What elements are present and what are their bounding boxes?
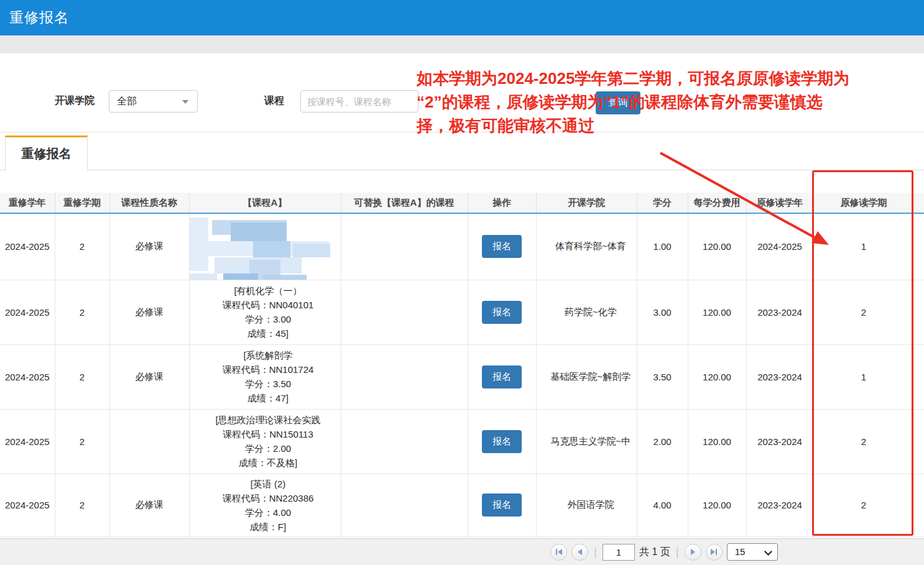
annotation-line-3: 择，极有可能审核不通过	[417, 114, 924, 137]
col-header-course-a: 【课程A】	[189, 193, 341, 213]
cell-restudy-term: 2	[55, 474, 109, 536]
course-name-line: [有机化学（一）	[196, 283, 341, 298]
cell-restudy-term: 2	[55, 280, 109, 344]
col-header-replaceable: 可替换【课程A】的课程	[341, 193, 468, 213]
cell-action: 报名	[468, 213, 536, 280]
cell-restudy-year: 2024-2025	[0, 213, 55, 280]
redaction-mosaic	[190, 273, 217, 280]
cell-credit: 3.00	[637, 280, 688, 344]
redaction-mosaic	[223, 273, 258, 280]
course-credit-line: 学分：3.00	[196, 312, 341, 326]
table-row: 2024-2025 2 必修课 [有机化学（一） 课程代码：NN040101 学…	[0, 280, 924, 344]
cell-restudy-year: 2024-2025	[0, 344, 55, 409]
cell-orig-term: 1	[813, 344, 914, 409]
page-size-select[interactable]: 15	[727, 543, 778, 561]
cell-orig-year: 2023-2024	[746, 409, 813, 474]
table-row: 2024-2025 2 必修课 报	[0, 213, 924, 280]
restudy-table: 重修学年 重修学期 课程性质名称 【课程A】 可替换【课程A】的课程 操作 开课…	[0, 193, 924, 537]
cell-restudy-term: 2	[55, 213, 109, 280]
col-header-fee: 每学分费用	[688, 193, 746, 213]
cell-fee: 120.00	[688, 344, 746, 409]
college-filter-dropdown[interactable]: 全部	[109, 90, 198, 113]
annotation-text: 如本学期为2024-2025学年第二学期，可报名原原修读学期为 “2”的课程，原…	[417, 67, 924, 137]
cell-course-a: [英语 (2) 课程代码：NN220386 学分：4.00 成绩：F]	[189, 474, 341, 536]
cell-college: 马克思主义学院~中	[536, 409, 637, 474]
next-page-icon[interactable]	[685, 544, 701, 561]
table-header-row: 重修学年 重修学期 课程性质名称 【课程A】 可替换【课程A】的课程 操作 开课…	[0, 193, 924, 213]
course-name-line: [系统解剖学	[196, 348, 341, 362]
page-header-bar: 重修报名	[0, 0, 924, 35]
cell-course-a: [思想政治理论课社会实践 课程代码：NN150113 学分：2.00 成绩：不及…	[189, 409, 341, 474]
cell-credit: 4.00	[637, 474, 688, 536]
cell-fee: 120.00	[688, 474, 746, 536]
cell-orig-term: 2	[813, 280, 914, 344]
chevron-down-icon	[764, 548, 772, 556]
col-header-restudy-term: 重修学期	[55, 193, 109, 213]
course-search-input[interactable]	[300, 90, 418, 113]
course-code-line: 课程代码：NN101724	[196, 362, 341, 377]
cell-replaceable-course	[341, 409, 468, 474]
cell-action: 报名	[468, 409, 536, 474]
cell-action: 报名	[468, 344, 536, 409]
course-code-line: 课程代码：NN150113	[196, 427, 341, 441]
cell-orig-term: 2	[813, 474, 914, 536]
col-header-restudy-year: 重修学年	[0, 193, 55, 213]
col-header-course-nature: 课程性质名称	[109, 193, 189, 213]
cell-college: 外国语学院	[536, 474, 637, 536]
annotation-line-1: 如本学期为2024-2025学年第二学期，可报名原原修读学期为	[417, 67, 924, 90]
cell-course-nature: 必修课	[109, 344, 189, 409]
cell-orig-year: 2023-2024	[746, 280, 813, 344]
cell-replaceable-course	[341, 213, 468, 280]
page-number-input[interactable]	[603, 544, 635, 561]
cell-fee: 120.00	[688, 280, 746, 344]
cell-course-a: [有机化学（一） 课程代码：NN040101 学分：3.00 成绩：45]	[189, 280, 341, 344]
cell-restudy-year: 2024-2025	[0, 474, 55, 536]
cell-restudy-year: 2024-2025	[0, 409, 55, 474]
col-header-orig-term: 原修读学期	[813, 193, 914, 213]
cell-college: 体育科学部~体育	[536, 213, 637, 280]
cell-action: 报名	[468, 280, 536, 344]
enroll-button[interactable]: 报名	[482, 365, 522, 388]
cell-orig-year: 2023-2024	[746, 344, 813, 409]
course-score-line: 成绩：不及格]	[196, 456, 341, 470]
enroll-button[interactable]: 报名	[482, 494, 522, 517]
cell-course-a: [系统解剖学 课程代码：NN101724 学分：3.50 成绩：47]	[189, 344, 341, 409]
enroll-button[interactable]: 报名	[482, 430, 522, 453]
total-pages-label: 共 1 页	[639, 546, 670, 559]
cell-course-nature: 必修课	[109, 280, 189, 344]
pagination-bar: | 共 1 页 | 15	[0, 538, 924, 565]
cell-replaceable-course	[341, 474, 468, 536]
course-credit-line: 学分：2.00	[196, 441, 341, 456]
table-row: 2024-2025 2 必修课 [系统解剖学 课程代码：NN101724 学分：…	[0, 344, 924, 409]
cell-fee: 120.00	[688, 213, 746, 280]
cell-orig-term: 2	[813, 409, 914, 474]
college-filter-value: 全部	[117, 96, 137, 106]
cell-replaceable-course	[341, 344, 468, 409]
col-header-action: 操作	[468, 193, 536, 213]
page-title: 重修报名	[9, 0, 69, 35]
last-page-icon[interactable]	[706, 544, 723, 561]
chevron-down-icon	[182, 100, 188, 104]
restudy-table-container: 重修学年 重修学期 课程性质名称 【课程A】 可替换【课程A】的课程 操作 开课…	[0, 193, 924, 538]
prev-page-icon[interactable]	[571, 544, 588, 561]
page-size-value: 15	[735, 546, 746, 557]
cell-course-nature: 必修课	[109, 474, 189, 536]
redaction-mosaic	[231, 223, 287, 244]
college-filter-label: 开课学院	[55, 94, 95, 108]
course-code-line: 课程代码：NN220386	[196, 491, 341, 505]
enroll-button[interactable]: 报名	[482, 301, 522, 324]
col-header-extra	[914, 193, 924, 213]
col-header-credit: 学分	[637, 193, 688, 213]
redaction-mosaic	[253, 241, 290, 257]
tab-restudy-registration[interactable]: 重修报名	[5, 136, 88, 171]
cell-orig-term: 1	[813, 213, 914, 280]
tab-strip-divider	[0, 170, 924, 170]
cell-course-nature	[109, 409, 189, 474]
col-header-orig-year: 原修读学年	[746, 193, 813, 213]
cell-restudy-year: 2024-2025	[0, 280, 55, 344]
pager-controls: | 共 1 页 | 15	[550, 543, 778, 561]
redaction-mosaic	[293, 244, 330, 257]
cell-orig-year: 2023-2024	[746, 474, 813, 536]
enroll-button[interactable]: 报名	[482, 235, 522, 258]
first-page-icon[interactable]	[550, 544, 567, 561]
